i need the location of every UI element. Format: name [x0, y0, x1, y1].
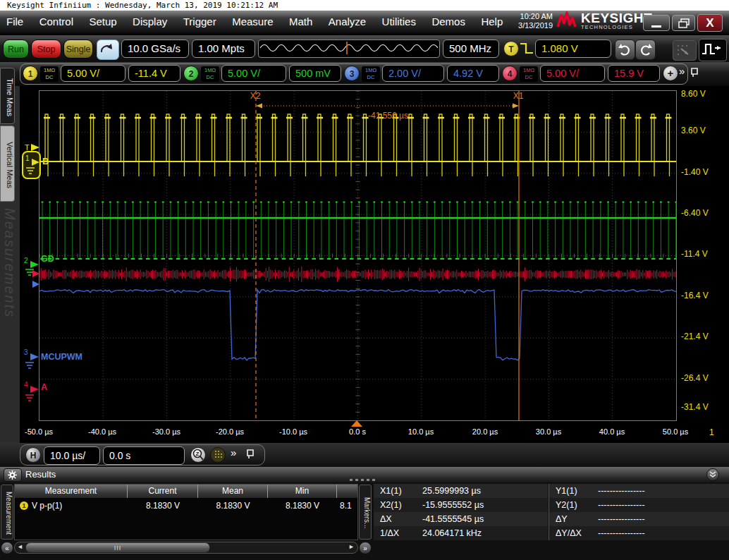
trigger-level-display[interactable]: 1.080 V [535, 39, 611, 58]
marker-x2-label[interactable]: X2 [244, 91, 267, 101]
tab-markers[interactable]: Markers... [359, 485, 372, 540]
x-axis-label: -50.0 µs [14, 427, 63, 436]
channel-1-coupling[interactable]: 1MΩDC [40, 66, 59, 82]
menu-file[interactable]: File [0, 11, 30, 28]
channel-3-button[interactable]: 3 [344, 66, 360, 81]
channel-4-button[interactable]: 4 [502, 66, 517, 81]
ch1-ground-marker[interactable]: 1 [22, 151, 41, 179]
waveform-tool-button[interactable] [699, 39, 727, 61]
results-scroll-left-panel[interactable]: « [1, 542, 13, 554]
measurement-name-cell[interactable]: V p-p(1) [32, 499, 128, 512]
menu-utilities[interactable]: Utilities [376, 11, 422, 28]
channel-4-scale[interactable]: 5.00 V/ [540, 65, 605, 82]
ch3-level-arrow[interactable] [32, 280, 40, 288]
ch4-level-arrow[interactable] [32, 269, 40, 278]
scroll-right-arrow[interactable]: ► [348, 543, 355, 550]
menu-demos[interactable]: Demos [425, 11, 472, 28]
tab-measurement[interactable]: Measurement [1, 485, 13, 540]
memory-depth-display[interactable]: 1.00 Mpts [192, 39, 255, 58]
sample-rate-display[interactable]: 10.0 GSa/s [121, 39, 189, 58]
channel-2-button[interactable]: 2 [183, 66, 199, 81]
x-axis-label: -40.0 µs [78, 427, 127, 436]
channel-4-offset[interactable]: 15.9 V [608, 65, 660, 82]
trace-label-b: B [42, 157, 49, 166]
touch-button[interactable] [97, 39, 119, 60]
column-header-mean[interactable]: Mean [198, 485, 268, 498]
menu-measure[interactable]: Measure [226, 11, 279, 28]
clock-time: 10:20 AM [494, 12, 553, 21]
restore-icon [678, 18, 690, 28]
menu-display[interactable]: Display [126, 11, 173, 28]
scroll-thumb[interactable]: III [25, 542, 210, 553]
horizontal-more-chevrons[interactable]: » [231, 446, 236, 458]
minimize-button[interactable] [643, 15, 670, 31]
channel-3-coupling[interactable]: 1MΩDC [362, 66, 380, 82]
y-axis-label: -11.4 V [681, 249, 726, 259]
channel-1-scale[interactable]: 5.00 V/ [61, 65, 125, 82]
channel-more-chevrons[interactable]: » [679, 65, 685, 77]
channel-3-coupling-mode: DC [362, 74, 380, 81]
marker-row: Y2(1)---------------- [549, 498, 729, 512]
y-axis-label: -31.4 V [681, 402, 726, 412]
tab-vertical-meas[interactable]: Vertical Meas [0, 126, 15, 202]
redo-button[interactable] [635, 39, 656, 60]
menu-math[interactable]: Math [283, 11, 319, 28]
column-header-min[interactable]: Min [268, 485, 337, 498]
marker-row: ΔX-41.5555545 µs [374, 512, 548, 526]
menu-setup[interactable]: Setup [82, 11, 123, 28]
column-header-current[interactable]: Current [128, 485, 198, 498]
timebase-position-display[interactable]: 0.0 s [103, 446, 185, 465]
stop-button[interactable]: Stop [31, 39, 61, 59]
grid-tool-button[interactable] [673, 40, 697, 61]
scroll-left-arrow[interactable]: ◄ [17, 543, 23, 550]
channel-pin-icon[interactable] [690, 67, 699, 78]
add-channel-button[interactable]: + [663, 66, 678, 80]
undo-button[interactable] [615, 39, 635, 60]
waveform-display[interactable] [39, 90, 677, 421]
channel-3-offset[interactable]: 4.92 V [447, 65, 499, 82]
results-settings-button[interactable] [4, 468, 22, 482]
menu-trigger[interactable]: Trigger [177, 11, 223, 28]
results-grip[interactable] [348, 471, 376, 484]
tab-time-meas[interactable]: Time Meas [0, 68, 15, 124]
timebase-scale-display[interactable]: 10.0 µs/ [44, 446, 100, 465]
channel-3-scale[interactable]: 2.00 V/ [382, 65, 444, 82]
svg-text:3: 3 [24, 348, 28, 356]
minimize-icon [651, 25, 661, 28]
close-button[interactable]: X [697, 14, 723, 32]
channel-2-offset[interactable]: 500 mV [289, 65, 341, 82]
ch3-ground-marker[interactable]: 3 [23, 347, 40, 370]
keysight-spark-icon [557, 11, 578, 30]
single-button[interactable]: Single [63, 39, 93, 59]
restore-button[interactable] [672, 15, 695, 31]
horizontal-pin-icon[interactable] [246, 449, 255, 460]
channel-1-button[interactable]: 1 [23, 66, 38, 81]
y-axis-label: 8.60 V [681, 89, 726, 99]
channel-1-offset[interactable]: -11.4 V [128, 65, 180, 82]
y-axis-label: -16.4 V [681, 291, 726, 300]
acquisition-preview-strip[interactable] [258, 39, 440, 58]
bandwidth-display[interactable]: 500 MHz [443, 39, 499, 58]
marker-label: Y2(1) [549, 498, 598, 512]
zoom-button[interactable]: Z [190, 447, 206, 463]
marker-delta-annotation: -41.556 µs [368, 111, 431, 121]
sampling-dots-button[interactable] [210, 447, 226, 463]
column-header-measurement[interactable]: Measurement [15, 485, 128, 498]
trigger-source-badge[interactable]: T [503, 41, 519, 56]
y-axis-label: -6.40 V [681, 208, 726, 218]
run-button[interactable]: Run [3, 39, 29, 59]
ch4-ground-marker[interactable]: 4 [23, 379, 40, 402]
trigger-time-marker[interactable] [351, 420, 362, 427]
marker-row: Y1(1)---------------- [549, 484, 729, 498]
channel-2-coupling[interactable]: 1MΩDC [201, 66, 219, 82]
results-collapse-button[interactable] [706, 468, 719, 481]
channel-2-scale[interactable]: 5.00 V/ [221, 65, 286, 82]
horizontal-knob[interactable]: H [25, 447, 41, 463]
menu-analyze[interactable]: Analyze [322, 11, 372, 28]
measurements-watermark: Measurements [1, 208, 18, 318]
results-scroll-right-panel[interactable]: » [359, 542, 372, 554]
menu-control[interactable]: Control [33, 11, 80, 28]
brand-sub: TECHNOLOGIES [581, 25, 652, 30]
marker-x1-label[interactable]: X1 [507, 91, 529, 101]
channel-4-coupling[interactable]: 1MΩDC [520, 66, 538, 82]
